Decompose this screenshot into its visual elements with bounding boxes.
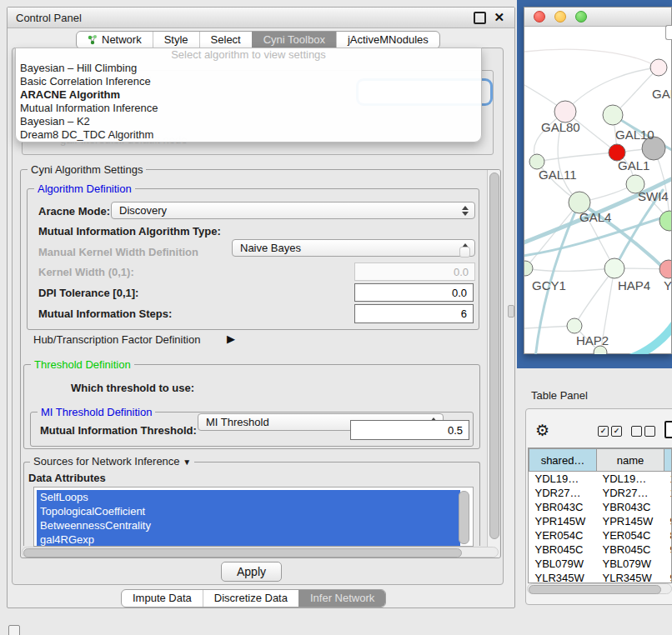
table-cell: YDL19… <box>529 472 597 487</box>
manual-kernel-checkbox[interactable] <box>459 247 470 258</box>
attribute-item-betweennesscentrality[interactable]: BetweennessCentrality <box>37 518 460 532</box>
table-row[interactable]: YDR27…YDR27…12 <box>529 486 672 500</box>
table-cell <box>664 557 672 571</box>
mi-threshold-label: Mutual Information Threshold: <box>40 424 197 437</box>
mi-threshold-field[interactable]: 0.5 <box>350 420 469 440</box>
table-row[interactable]: YBL079WYBL079W <box>529 557 672 571</box>
table-cell: 8. <box>664 528 672 542</box>
network-view-window: GALGAL80GAL10GAL1GAL11SWI4GAL4GCY1HAP4YH… <box>524 7 672 354</box>
table-cell: YER054C <box>597 528 664 542</box>
dpi-tolerance-value: 0.0 <box>452 287 467 299</box>
network-node-y[interactable] <box>659 260 671 278</box>
algorithm-item-aracne-algorithm[interactable]: ARACNE Algorithm <box>16 88 481 102</box>
table-cell: YPR145W <box>529 514 597 528</box>
network-node-gal[interactable] <box>650 59 667 76</box>
table-cell: 9. <box>664 514 672 528</box>
data-attributes-label: Data Attributes <box>28 472 106 484</box>
float-panel-icon[interactable] <box>474 12 486 24</box>
sources-collapse-arrow-icon[interactable]: ▼ <box>183 458 191 467</box>
apply-button[interactable]: Apply <box>221 562 282 582</box>
sources-group-title: Sources for Network Inference ▼ <box>30 455 194 468</box>
algorithm-item-basic-correlation-inference[interactable]: Basic Correlation Inference <box>16 75 481 88</box>
manual-kernel-label: Manual Kernel Width Definition <box>38 246 198 258</box>
network-node-gal10[interactable] <box>603 105 623 125</box>
table-row[interactable]: YDL19…YDL19…13 <box>529 472 672 487</box>
tab-label: Network <box>102 31 142 49</box>
table-cell: YBR045C <box>529 542 597 557</box>
network-edge <box>574 268 614 326</box>
algorithm-item-bayesian-k2[interactable]: Bayesian – K2 <box>16 115 481 128</box>
close-panel-icon[interactable]: ✕ <box>494 12 504 22</box>
splitpane-grip[interactable] <box>508 305 514 318</box>
network-node[interactable] <box>659 211 671 231</box>
control-panel-title: Control Panel <box>16 12 82 24</box>
settings-vertical-scrollbar[interactable] <box>487 170 499 558</box>
show-checked-columns-icon[interactable]: ✓✓ <box>598 426 622 437</box>
mi-steps-field[interactable]: 6 <box>354 304 474 323</box>
minimize-traffic-light-icon[interactable] <box>554 11 566 22</box>
mi-type-value: Naive Bayes <box>240 242 301 254</box>
network-node-label: HAP4 <box>618 278 650 292</box>
tab-cyni-toolbox[interactable]: Cyni Toolbox <box>252 32 336 48</box>
attribute-item-topologicalcoefficient[interactable]: TopologicalCoefficient <box>37 504 460 518</box>
table-cell: YBR045C <box>597 542 664 557</box>
table-row[interactable]: YBR043CYBR043C <box>529 500 672 514</box>
zoom-traffic-light-icon[interactable] <box>575 11 587 22</box>
bottom-tab-impute-data[interactable]: Impute Data <box>122 590 203 607</box>
document-icon[interactable] <box>664 421 672 438</box>
tab-select[interactable]: Select <box>199 32 252 48</box>
hide-columns-icon[interactable] <box>631 426 655 437</box>
table-header-2[interactable]: name <box>597 449 664 472</box>
attribute-item-selfloops[interactable]: SelfLoops <box>37 490 460 504</box>
table-row[interactable]: YER054CYER054C8. <box>529 528 672 542</box>
table-row[interactable]: YLR345WYLR345W9. <box>529 571 672 583</box>
kernel-width-value: 0.0 <box>454 266 469 278</box>
tab-network[interactable]: Network <box>77 32 153 48</box>
table-row[interactable]: YPR145WYPR145W9. <box>529 514 672 528</box>
control-panel-titlebar: Control Panel ✕ <box>8 8 514 28</box>
table-horizontal-scrollbar[interactable] <box>527 583 672 594</box>
table-horizontal-scrollbar-thumb[interactable] <box>529 585 661 594</box>
table-cell: YDR27… <box>597 486 664 500</box>
network-node-hap4[interactable] <box>604 258 624 278</box>
node-table: shared…nameYDL19…YDL19…13YDR27…YDR27…12Y… <box>529 448 672 583</box>
table-row[interactable]: YBR045CYBR045C9. <box>529 542 672 557</box>
tab-style[interactable]: Style <box>153 32 199 48</box>
table-header-3[interactable] <box>664 449 672 472</box>
attribute-list-scrollbar-thumb[interactable] <box>459 491 469 544</box>
table-header-1[interactable]: shared… <box>529 449 597 472</box>
network-tab-icon <box>88 35 98 45</box>
attribute-item-gal4rgexp[interactable]: gal4RGexp <box>37 532 460 547</box>
network-node-hap2[interactable] <box>567 318 582 333</box>
hub-definition-label: Hub/Transcription Factor Definition <box>33 333 200 346</box>
tab-label: Infer Network <box>310 589 374 608</box>
mi-type-combo[interactable]: Naive Bayes <box>232 239 475 257</box>
network-node-label: HAP2 <box>576 333 609 348</box>
network-window-titlebar <box>524 8 671 27</box>
cut-panel-icon[interactable] <box>8 625 20 635</box>
algorithm-item-bayesian-hill-climbing[interactable]: Bayesian – Hill Climbing <box>16 62 481 75</box>
bottom-tab-discretize-data[interactable]: Discretize Data <box>203 590 298 607</box>
settings-horizontal-scrollbar-thumb[interactable] <box>23 548 462 558</box>
hub-expand-arrow-icon[interactable]: ▶ <box>227 332 235 345</box>
aracne-mode-combo[interactable]: Discovery <box>111 202 475 219</box>
settings-horizontal-scrollbar[interactable] <box>22 547 499 558</box>
bottom-tab-infer-network[interactable]: Infer Network <box>298 590 385 607</box>
tab-jactivemnodules[interactable]: jActiveMNodules <box>336 32 439 48</box>
network-node-gcy1[interactable] <box>524 261 533 276</box>
network-node-label: GAL10 <box>615 128 654 142</box>
close-traffic-light-icon[interactable] <box>534 11 545 22</box>
table-cell: 12 <box>664 486 672 500</box>
gear-icon[interactable]: ⚙ <box>535 421 549 440</box>
network-edge <box>537 152 617 162</box>
algorithm-item-mutual-information-inference[interactable]: Mutual Information Inference <box>16 102 481 115</box>
dpi-tolerance-field[interactable]: 0.0 <box>354 283 474 302</box>
algorithm-item-dream8-dc-tdc-algorithm[interactable]: Dream8 DC_TDC Algorithm <box>16 128 481 142</box>
network-canvas[interactable]: GALGAL80GAL10GAL1GAL11SWI4GAL4GCY1HAP4YH… <box>524 27 671 354</box>
mi-steps-value: 6 <box>461 308 467 320</box>
data-attributes-list[interactable]: SelfLoopsTopologicalCoefficientBetweenne… <box>33 487 474 547</box>
kernel-width-field[interactable]: 0.0 <box>354 262 475 281</box>
table-cell: 9. <box>664 571 672 583</box>
table-cell: YPR145W <box>597 514 664 528</box>
settings-vertical-scrollbar-thumb[interactable] <box>489 172 499 539</box>
